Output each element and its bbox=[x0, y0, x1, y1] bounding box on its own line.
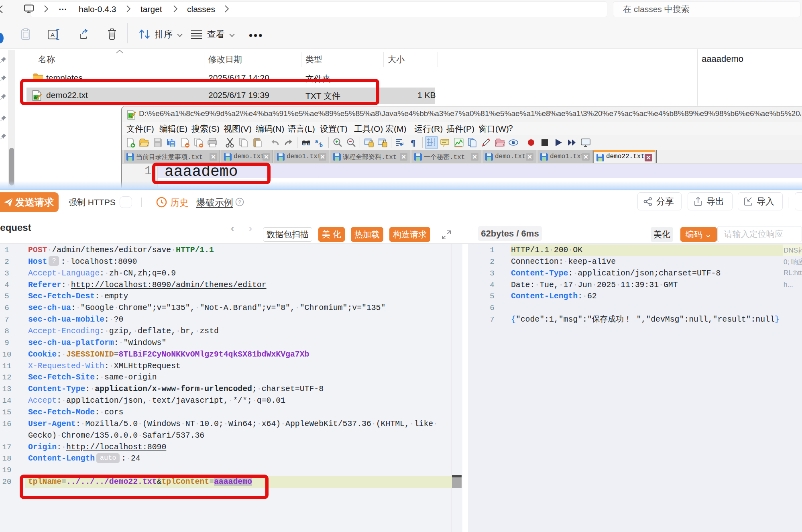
svg-text:a: a bbox=[315, 138, 318, 144]
svg-text:?: ? bbox=[238, 199, 241, 205]
svg-text:A: A bbox=[51, 31, 55, 38]
svg-text:¶: ¶ bbox=[411, 138, 415, 148]
